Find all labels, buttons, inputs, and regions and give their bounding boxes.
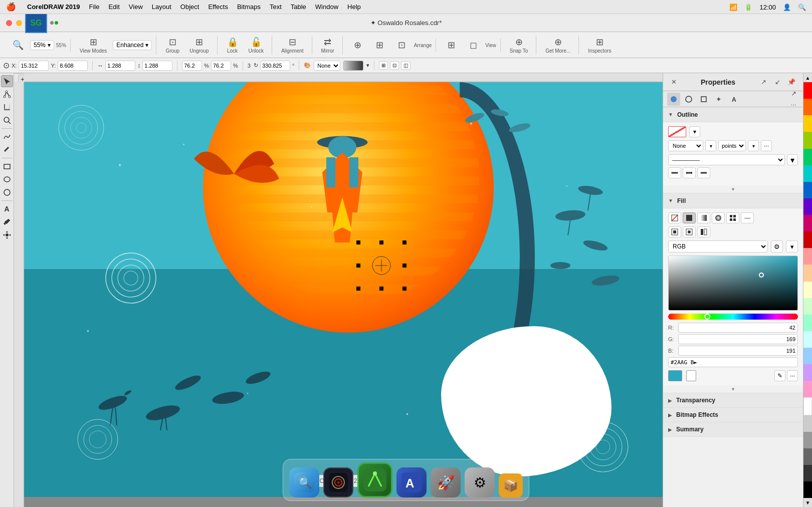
extra-btn1[interactable]: ⊞ — [379, 61, 388, 70]
app-name[interactable]: CorelDRAW 2019 — [27, 3, 80, 11]
arrange-button2[interactable]: ⊞ — [370, 39, 390, 52]
zoom-dropdown[interactable]: 55% ▾ — [30, 40, 54, 50]
minimize-window-button[interactable] — [16, 20, 22, 26]
r-input[interactable] — [678, 323, 798, 333]
menu-help[interactable]: Help — [347, 3, 361, 11]
interactive-tool[interactable] — [1, 229, 13, 241]
menu-object[interactable]: Object — [180, 3, 199, 11]
close-window-button[interactable] — [6, 20, 12, 26]
palette-color-mint[interactable] — [803, 315, 812, 331]
dock-system[interactable]: ⚙ — [465, 467, 495, 497]
polygon-tool[interactable] — [1, 186, 13, 198]
outline-section-header[interactable]: ▼ Outline — [663, 107, 803, 122]
wifi-icon[interactable]: 📶 — [729, 4, 737, 11]
palette-scroll-up[interactable]: ▲ — [803, 73, 812, 82]
rotation-input[interactable] — [260, 61, 290, 71]
apple-menu[interactable]: 🍎 — [6, 2, 16, 12]
summary-header[interactable]: ▶ Summary — [663, 422, 803, 436]
view-modes-button[interactable]: ⊞ View Modes — [76, 36, 111, 55]
zoom-tool[interactable] — [1, 114, 13, 126]
cap-round-btn[interactable] — [683, 167, 696, 178]
view-button[interactable]: ⊞ — [441, 39, 461, 52]
menu-effects[interactable]: Effects — [208, 3, 228, 11]
select-tool[interactable] — [1, 75, 13, 87]
b-input[interactable] — [678, 346, 798, 356]
palette-color-peach[interactable] — [803, 265, 812, 281]
palette-color-yellow-green[interactable] — [803, 132, 812, 148]
tab-effects[interactable]: ✦ — [712, 93, 725, 106]
arrange-button[interactable]: ⊕ — [348, 39, 368, 52]
inspectors-button[interactable]: ⊞ Inspectors — [584, 36, 615, 55]
palette-color-light-pink[interactable] — [803, 381, 812, 397]
outline-more-btn[interactable]: ··· — [761, 140, 772, 151]
fill-edit-more-btn[interactable]: ··· — [787, 370, 798, 381]
palette-color-red[interactable] — [803, 82, 812, 99]
expand-icon-btn[interactable]: ↗ — [758, 77, 769, 88]
palette-color-green[interactable] — [803, 149, 812, 165]
fill-linear-btn[interactable] — [697, 212, 710, 223]
palette-color-blue[interactable] — [803, 182, 812, 198]
crop-tool[interactable] — [1, 101, 13, 113]
g-input[interactable] — [678, 334, 798, 344]
node-tool[interactable] — [1, 88, 13, 100]
fill-pattern-btn[interactable] — [726, 212, 739, 223]
x-input[interactable] — [19, 61, 49, 71]
palette-color-light-cyan[interactable] — [803, 331, 812, 348]
scale-x-input[interactable] — [182, 61, 202, 71]
palette-color-yellow[interactable] — [803, 115, 812, 132]
palette-color-light-gray[interactable] — [803, 415, 812, 432]
menu-edit[interactable]: Edit — [108, 3, 119, 11]
tab-expand-btn[interactable]: ↗ — [788, 88, 799, 99]
group-button[interactable]: ⊡ Group — [161, 36, 183, 55]
artwork[interactable]: CorelDRAW 2019 — [24, 82, 663, 497]
extra-btn2[interactable]: ⊡ — [390, 61, 399, 70]
palette-color-lavender[interactable] — [803, 364, 812, 381]
palette-color-gray[interactable] — [803, 432, 812, 448]
palette-color-light-yellow[interactable] — [803, 282, 812, 298]
view-mode-dropdown[interactable]: Enhanced ▾ — [113, 40, 152, 50]
color-gear-btn[interactable]: ⚙ — [771, 240, 783, 252]
outline-none-dropdown[interactable]: ▾ — [705, 140, 716, 151]
snap-button[interactable]: ⊕ Snap To — [506, 36, 532, 55]
tab-outline[interactable] — [682, 93, 695, 106]
dock-vectornator[interactable] — [357, 462, 392, 497]
menu-table[interactable]: Table — [291, 3, 306, 11]
hue-slider[interactable] — [668, 314, 798, 320]
palette-color-black[interactable] — [803, 481, 812, 498]
outline-unit-dropdown[interactable]: ▾ — [748, 140, 759, 151]
fill-extra-btn1[interactable] — [668, 226, 681, 237]
rectangle-tool[interactable] — [1, 160, 13, 172]
palette-color-white[interactable] — [803, 397, 812, 415]
eyedropper-tool[interactable] — [1, 216, 13, 228]
text-tool[interactable]: A — [1, 203, 13, 215]
battery-icon[interactable]: 🔋 — [744, 4, 752, 11]
color-picker-box[interactable] — [668, 256, 798, 311]
ellipse-tool[interactable] — [1, 173, 13, 185]
unlock-button[interactable]: 🔓 Unlock — [245, 36, 268, 55]
dock-downloads[interactable]: 📦 — [499, 473, 523, 497]
extra-btn3[interactable]: ◫ — [401, 61, 411, 70]
fill-section-header[interactable]: ▼ Fill — [663, 193, 803, 208]
alignment-button[interactable]: ⊟ Alignment — [277, 36, 307, 55]
dock-rocket[interactable]: 🚀 — [431, 467, 461, 497]
user-icon[interactable]: 👤 — [783, 4, 791, 11]
tab-fill[interactable] — [667, 93, 680, 106]
transparency-header[interactable]: ▶ Transparency — [663, 393, 803, 407]
hex-input[interactable] — [668, 357, 798, 367]
menu-file[interactable]: File — [89, 3, 99, 11]
mirror-button[interactable]: ⇄ Mirror — [317, 36, 338, 55]
palette-color-charcoal[interactable] — [803, 465, 812, 481]
color-model-select[interactable]: RGB CMYK HSL — [668, 240, 768, 252]
outline-chevron[interactable]: ▾ — [732, 186, 734, 192]
pen-tool[interactable] — [1, 144, 13, 156]
menu-bitmaps[interactable]: Bitmaps — [237, 3, 261, 11]
palette-color-orange[interactable] — [803, 99, 812, 115]
palette-color-pink[interactable] — [803, 215, 812, 231]
collapse-icon-btn[interactable]: ↙ — [772, 77, 783, 88]
search-icon[interactable]: 🔍 — [798, 4, 806, 11]
menu-window[interactable]: Window — [315, 3, 338, 11]
pin-icon-btn[interactable]: 📌 — [786, 77, 797, 88]
cap-flat-btn[interactable] — [668, 167, 681, 178]
outline-none-select[interactable]: None — [668, 140, 703, 151]
menu-layout[interactable]: Layout — [152, 3, 171, 11]
